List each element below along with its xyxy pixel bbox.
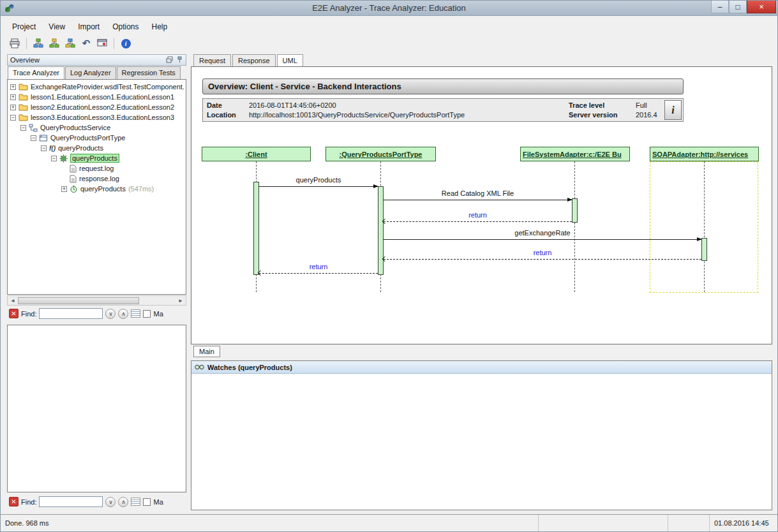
tab-trace-analyzer[interactable]: Trace Analyzer [8,66,64,79]
import-trace-icon[interactable] [48,38,61,49]
tree-horizontal-scrollbar[interactable]: ◄ ► [7,295,186,306]
tree-row[interactable]: − QueryProductsService [8,122,186,133]
analyze-tree-icon[interactable] [64,38,77,49]
highlight-all-icon[interactable] [131,498,140,506]
tree-item-label[interactable]: ExchangeRateProvider.wsdlTest.TestCompon… [31,83,184,91]
close-button[interactable]: × [747,1,776,13]
tree-item-label[interactable]: QueryProductsService [40,124,110,131]
find-bar-top: ✕ Find: ∨ ∧ Ma [7,305,186,322]
scroll-left-icon[interactable]: ◄ [8,298,18,304]
menu-options[interactable]: Options [106,20,145,33]
activation-client [253,182,259,275]
tab-request[interactable]: Request [193,54,231,66]
arrowhead-icon [567,198,572,202]
snapshot-icon[interactable] [96,38,108,49]
expander-icon[interactable]: − [10,115,16,121]
tree-item-label[interactable]: lesson3.EducationLesson3.EducationLesson… [31,114,174,121]
tab-response[interactable]: Response [232,54,276,66]
print-icon[interactable] [8,38,21,49]
minimize-button[interactable]: – [711,1,729,13]
tree-item-label[interactable]: QueryProductsPortType [50,134,125,142]
match-case-label: Ma [153,498,163,506]
undo-icon[interactable]: ↶ [80,38,93,49]
menu-view[interactable]: View [42,20,71,33]
expander-icon[interactable]: − [51,156,57,161]
message-label-return[interactable]: return [384,249,701,258]
find-input[interactable] [39,308,103,319]
selection-frame [650,161,758,293]
tree-row[interactable]: response.log [8,174,186,184]
info-button[interactable]: i [664,100,682,120]
watches-panel: Watches (queryProducts) [191,360,772,510]
tree-row[interactable]: − f() queryProducts [8,143,186,153]
clear-find-icon[interactable]: ✕ [9,497,19,506]
app-window: E2E Analyzer - Trace Analyzer: Education… [0,0,778,532]
tab-regression-tests[interactable]: Regression Tests [117,66,181,79]
clear-find-icon[interactable]: ✕ [9,309,19,318]
date-label: Date [207,101,222,109]
menubar: Project View Import Options Help [6,20,174,33]
pin-icon[interactable] [176,56,183,64]
float-icon[interactable] [166,56,173,64]
lifeline-soapadapter[interactable]: SOAPAdapter:http://services [650,147,759,161]
message-label-return[interactable]: return [384,211,572,220]
main-area: Request Response UML Overview: Client - … [191,54,772,510]
toolbar-separator [114,38,114,49]
tree-row[interactable]: + lesson2.EducationLesson2.EducationLess… [8,102,186,112]
tab-log-analyzer[interactable]: Log Analyzer [65,66,116,79]
tree-item-label-selected[interactable]: queryProducts [70,154,119,163]
expander-icon[interactable]: + [10,84,16,90]
tree-item-label[interactable]: request.log [79,165,114,172]
find-next-icon[interactable]: ∨ [105,497,116,507]
maximize-button[interactable]: □ [729,1,747,13]
menu-project[interactable]: Project [6,20,42,33]
message-label-getexchangerate[interactable]: getExchangeRate [384,229,701,238]
lifeline-filesystemadapter[interactable]: FileSystemAdapter:c:/E2E Bu [520,147,630,161]
tree-item-label[interactable]: lesson2.EducationLesson2.EducationLesson… [31,103,174,111]
menu-help[interactable]: Help [146,20,174,33]
match-case-checkbox[interactable] [143,498,151,506]
find-input-secondary[interactable] [39,496,103,507]
info-icon[interactable]: i [119,38,132,49]
tree-item-label[interactable]: lesson1.EducationLesson1.EducationLesson… [31,93,174,101]
tree-row[interactable]: + lesson1.EducationLesson1.EducationLess… [8,92,186,102]
message-label-return[interactable]: return [259,263,378,272]
tree-row[interactable]: request.log [8,163,186,174]
tree-item-label[interactable]: queryProducts [58,144,103,152]
tree-row[interactable]: + queryProducts (547ms) [8,184,186,194]
message-label-read-catalog[interactable]: Read Catalog XML File [384,189,572,198]
scroll-right-icon[interactable]: ► [176,298,186,304]
tab-main[interactable]: Main [193,346,220,357]
log-file-icon [70,175,77,183]
expander-icon[interactable]: − [31,135,36,141]
match-case-label: Ma [153,310,163,318]
expander-icon[interactable]: + [10,94,16,100]
tree-row[interactable]: − queryProducts [8,153,186,163]
lifeline-queryproductsporttype[interactable]: :QueryProductsPortType [325,147,436,161]
menu-import[interactable]: Import [71,20,106,33]
lifeline-client[interactable]: :Client [202,147,311,161]
expander-icon[interactable]: + [10,105,16,110]
find-previous-icon[interactable]: ∧ [118,497,128,507]
highlight-all-icon[interactable] [131,309,140,318]
porttype-icon [39,134,48,142]
tree-row[interactable]: − lesson3.EducationLesson3.EducationLess… [8,112,186,122]
tab-uml[interactable]: UML [277,54,303,66]
expander-icon[interactable]: − [41,145,47,151]
find-next-icon[interactable]: ∨ [105,309,116,319]
tree-row[interactable]: + ExchangeRateProvider.wsdlTest.TestComp… [8,82,186,92]
lifeline-line [574,161,575,292]
tree-row[interactable]: − QueryProductsPortType [8,133,186,143]
expander-icon[interactable]: + [61,186,67,192]
uml-diagram-panel: Overview: Client - Service - Backend Int… [191,66,772,344]
match-case-checkbox[interactable] [143,310,151,318]
find-previous-icon[interactable]: ∧ [118,309,128,319]
scrollbar-thumb[interactable] [18,297,139,304]
trace-tree: + ExchangeRateProvider.wsdlTest.TestComp… [7,79,186,295]
tree-item-label[interactable]: response.log [79,175,119,182]
model-tree-icon[interactable] [32,38,45,49]
message-label-queryproducts[interactable]: queryProducts [259,176,378,185]
tree-item-label[interactable]: queryProducts [80,185,126,193]
expander-icon[interactable]: − [20,125,26,131]
arrowhead-icon [697,237,702,241]
